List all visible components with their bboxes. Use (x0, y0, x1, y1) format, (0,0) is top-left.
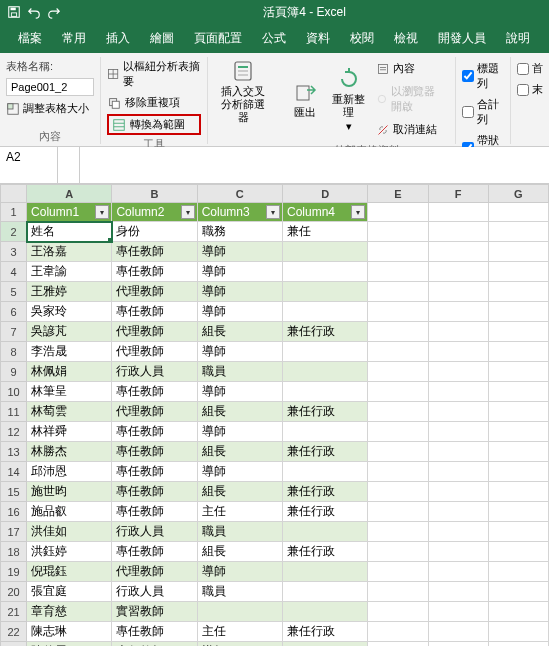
cell-G4[interactable] (488, 262, 548, 282)
cell-G11[interactable] (488, 402, 548, 422)
cell-G8[interactable] (488, 342, 548, 362)
cell-E19[interactable] (368, 562, 428, 582)
refresh-button[interactable]: 重新整理▾ (325, 57, 373, 141)
cell-C5[interactable]: 導師 (197, 282, 282, 302)
cell-G2[interactable] (488, 222, 548, 242)
cell-C8[interactable]: 導師 (197, 342, 282, 362)
cell-B21[interactable]: 實習教師 (112, 602, 197, 622)
cell-D8[interactable] (282, 342, 367, 362)
cell-G9[interactable] (488, 362, 548, 382)
cell-F18[interactable] (428, 542, 488, 562)
tab-formula[interactable]: 公式 (252, 24, 296, 53)
browser-open-button[interactable]: 以瀏覽器開啟 (377, 82, 445, 116)
cell-C7[interactable]: 組長 (197, 322, 282, 342)
tab-insert[interactable]: 插入 (96, 24, 140, 53)
cell-G18[interactable] (488, 542, 548, 562)
cell-D12[interactable] (282, 422, 367, 442)
cell-F6[interactable] (428, 302, 488, 322)
cell-F15[interactable] (428, 482, 488, 502)
row-header-14[interactable]: 14 (1, 462, 27, 482)
cell-A8[interactable]: 李浩晟 (27, 342, 112, 362)
row-header-11[interactable]: 11 (1, 402, 27, 422)
cell-G17[interactable] (488, 522, 548, 542)
cell-D17[interactable] (282, 522, 367, 542)
cell-B9[interactable]: 行政人員 (112, 362, 197, 382)
tab-data[interactable]: 資料 (296, 24, 340, 53)
cell-E18[interactable] (368, 542, 428, 562)
cell-B19[interactable]: 代理教師 (112, 562, 197, 582)
cell-E15[interactable] (368, 482, 428, 502)
row-header-3[interactable]: 3 (1, 242, 27, 262)
save-icon[interactable] (4, 2, 24, 22)
cell-A18[interactable]: 洪鈺婷 (27, 542, 112, 562)
cell-E5[interactable] (368, 282, 428, 302)
table-header-cell[interactable]: Column1▾ (27, 203, 112, 222)
cell-G20[interactable] (488, 582, 548, 602)
cell-D13[interactable]: 兼任行政 (282, 442, 367, 462)
row-header-13[interactable]: 13 (1, 442, 27, 462)
cell-E17[interactable] (368, 522, 428, 542)
opt-header-checkbox[interactable]: 標題列 (462, 61, 504, 91)
cell-G3[interactable] (488, 242, 548, 262)
cell-B18[interactable]: 專任教師 (112, 542, 197, 562)
cell-F8[interactable] (428, 342, 488, 362)
row-header-19[interactable]: 19 (1, 562, 27, 582)
cell-A12[interactable]: 林祥舜 (27, 422, 112, 442)
remove-dup-button[interactable]: 移除重複項 (107, 93, 201, 112)
cell-B12[interactable]: 專任教師 (112, 422, 197, 442)
cell-A5[interactable]: 王雅婷 (27, 282, 112, 302)
table-name-input[interactable] (6, 78, 94, 96)
cell-B5[interactable]: 代理教師 (112, 282, 197, 302)
cell-D11[interactable]: 兼任行政 (282, 402, 367, 422)
cell-C18[interactable]: 組長 (197, 542, 282, 562)
cell-C17[interactable]: 職員 (197, 522, 282, 542)
cell-C21[interactable] (197, 602, 282, 622)
cell-D15[interactable]: 兼任行政 (282, 482, 367, 502)
undo-icon[interactable] (24, 2, 44, 22)
insert-slicer-button[interactable]: 插入交叉分析篩選器 (214, 57, 273, 125)
cell-C4[interactable]: 導師 (197, 262, 282, 282)
cell-B7[interactable]: 代理教師 (112, 322, 197, 342)
cell-A6[interactable]: 吳家玲 (27, 302, 112, 322)
row-header-6[interactable]: 6 (1, 302, 27, 322)
col-header-F[interactable]: F (428, 185, 488, 203)
row-header-1[interactable]: 1 (1, 203, 27, 222)
cell-D5[interactable] (282, 282, 367, 302)
opt-first-checkbox[interactable]: 首 (517, 61, 543, 76)
cell[interactable] (428, 203, 488, 222)
tab-review[interactable]: 校閱 (340, 24, 384, 53)
row-header-8[interactable]: 8 (1, 342, 27, 362)
cell-E6[interactable] (368, 302, 428, 322)
cell-D9[interactable] (282, 362, 367, 382)
cell-C16[interactable]: 主任 (197, 502, 282, 522)
cell-A4[interactable]: 王韋諭 (27, 262, 112, 282)
cell-B13[interactable]: 專任教師 (112, 442, 197, 462)
cell-E2[interactable] (368, 222, 428, 242)
cell-D23[interactable] (282, 642, 367, 647)
filter-dropdown-icon[interactable]: ▾ (181, 205, 195, 219)
cell-C9[interactable]: 職員 (197, 362, 282, 382)
cell-F17[interactable] (428, 522, 488, 542)
select-all-cell[interactable] (1, 185, 27, 203)
cell-D22[interactable]: 兼任行政 (282, 622, 367, 642)
table-header-cell[interactable]: Column2▾ (112, 203, 197, 222)
cell-A13[interactable]: 林勝杰 (27, 442, 112, 462)
cell-F13[interactable] (428, 442, 488, 462)
table-header-cell[interactable]: Column4▾ (282, 203, 367, 222)
col-header-B[interactable]: B (112, 185, 197, 203)
filter-dropdown-icon[interactable]: ▾ (266, 205, 280, 219)
cell-E14[interactable] (368, 462, 428, 482)
opt-total-checkbox[interactable]: 合計列 (462, 97, 504, 127)
tab-file[interactable]: 檔案 (8, 24, 52, 53)
tab-dev[interactable]: 開發人員 (428, 24, 496, 53)
row-header-21[interactable]: 21 (1, 602, 27, 622)
cell-C23[interactable]: 導師 (197, 642, 282, 647)
row-header-4[interactable]: 4 (1, 262, 27, 282)
cell-F12[interactable] (428, 422, 488, 442)
cell-F2[interactable] (428, 222, 488, 242)
cell-D16[interactable]: 兼任行政 (282, 502, 367, 522)
cell-B15[interactable]: 專任教師 (112, 482, 197, 502)
fx-icon[interactable] (58, 147, 80, 183)
cell-A17[interactable]: 洪佳如 (27, 522, 112, 542)
cell-C12[interactable]: 導師 (197, 422, 282, 442)
